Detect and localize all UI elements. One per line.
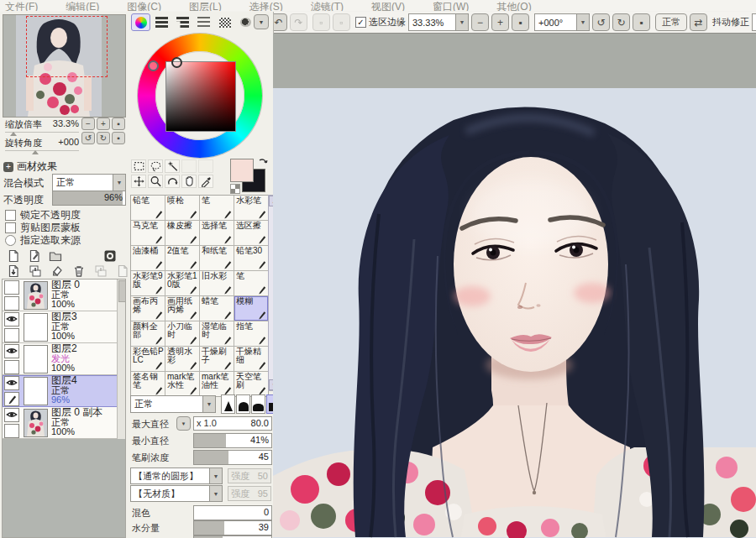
color-wheel-tab[interactable] xyxy=(131,13,150,31)
new-layer-button[interactable] xyxy=(5,248,21,263)
zoom-slider-marker[interactable] xyxy=(10,132,17,136)
min-diameter-slider[interactable]: 41% xyxy=(193,433,272,448)
brush-item[interactable]: 水彩笔9版 xyxy=(131,271,165,295)
menu-file[interactable]: 文件(F) xyxy=(5,0,38,11)
layer3-draft-toggle[interactable] xyxy=(4,328,19,342)
nav-rotate-ccw-button[interactable]: ↺ xyxy=(81,132,95,144)
empty-tool-slot[interactable] xyxy=(198,159,213,173)
nav-zoom-reset-button[interactable]: ▪ xyxy=(112,118,125,130)
angle-combo[interactable]: +000° ▼ xyxy=(534,13,590,31)
brush-item[interactable]: 笔 xyxy=(200,196,234,220)
selection-shrink-button[interactable]: ▫ xyxy=(333,13,350,31)
zoom-tool[interactable] xyxy=(148,175,163,188)
rotate-view-tool[interactable] xyxy=(165,175,180,188)
rgb-slider-tab[interactable] xyxy=(152,13,171,31)
zoom-reset-button[interactable]: ▪ xyxy=(512,13,529,31)
brush-mode-dropdown-icon[interactable]: ▼ xyxy=(202,396,215,412)
selection-edge-checkbox[interactable]: ✓ xyxy=(355,17,366,28)
brush-item[interactable]: 旧水彩 xyxy=(200,271,234,295)
merge-group-button[interactable] xyxy=(92,264,108,278)
brush-item[interactable]: 彩色铅PLC xyxy=(131,347,165,371)
layer-mask-button[interactable] xyxy=(102,248,118,263)
magic-wand-tool[interactable] xyxy=(165,159,180,173)
layer3-visibility-toggle[interactable] xyxy=(4,312,19,326)
texture-combo[interactable]: 【无材质】 ▼ xyxy=(130,485,223,502)
swatches-tab[interactable] xyxy=(215,13,234,31)
menu-layer[interactable]: 图层(L) xyxy=(189,0,222,11)
layer0-visibility-toggle[interactable] xyxy=(4,280,19,295)
merge-down-button[interactable] xyxy=(27,264,43,278)
brush-item[interactable]: 马克笔 xyxy=(131,221,165,245)
nav-rotate-reset-button[interactable]: ▪ xyxy=(112,132,125,144)
view-normal-button[interactable]: 正常 xyxy=(655,13,687,31)
rotate-cw-button[interactable]: ↻ xyxy=(612,13,630,31)
flip-view-button[interactable]: ⇄ xyxy=(690,13,707,31)
scrollbar-thumb[interactable] xyxy=(118,280,126,302)
delete-layer-button[interactable] xyxy=(71,264,87,278)
density-slider[interactable]: 45 xyxy=(193,450,272,465)
clipping-mask-checkbox[interactable] xyxy=(5,222,16,233)
transparency-checker-icon[interactable] xyxy=(230,184,240,194)
brush-item[interactable]: 画用纸丙烯 xyxy=(165,296,199,321)
hsv-slider-tab[interactable] xyxy=(173,13,192,31)
clear-layer-button[interactable] xyxy=(49,264,65,278)
navigator-selection-rect[interactable] xyxy=(26,16,108,77)
brush-mode-combo[interactable]: 正常 ▼ xyxy=(130,395,216,413)
hue-cursor[interactable] xyxy=(148,60,159,71)
menu-filter[interactable]: 滤镜(T) xyxy=(311,0,344,11)
layer4-draft-toggle[interactable] xyxy=(4,392,19,406)
selection-source-radio[interactable] xyxy=(5,235,16,246)
layer0copy-visibility-toggle[interactable] xyxy=(4,408,19,422)
material-effects-header[interactable]: + 画材效果 xyxy=(3,159,57,174)
brush-item[interactable]: 笔 xyxy=(234,271,268,295)
brush-item[interactable]: 干燥刷子 xyxy=(200,347,234,371)
menu-edit[interactable]: 编辑(E) xyxy=(66,0,99,11)
blend-mode-dropdown-icon[interactable]: ▼ xyxy=(113,175,125,191)
layer-row-0[interactable]: 图层 0 正常 100% xyxy=(3,279,125,311)
redo-button[interactable]: ↷ xyxy=(290,13,307,31)
edge-shape-combo[interactable]: 【通常的圆形】 ▼ xyxy=(130,467,223,484)
brush-item[interactable]: 小刀临时 xyxy=(165,321,199,346)
tip-shape-sharp[interactable] xyxy=(221,394,235,414)
brush-item[interactable]: mark笔水性 xyxy=(165,372,199,396)
tip-shape-flat[interactable] xyxy=(251,394,265,414)
blend-mode-combo[interactable]: 正常 ▼ xyxy=(52,174,126,191)
transfer-down-button[interactable] xyxy=(5,264,21,278)
angle-dropdown-icon[interactable]: ▼ xyxy=(576,14,589,30)
eyedropper-tool[interactable] xyxy=(198,175,213,188)
max-diameter-box[interactable]: x 1.0 80.0 xyxy=(193,416,272,431)
zoom-in-button[interactable]: + xyxy=(491,13,509,31)
selection-expand-button[interactable]: ▫ xyxy=(312,13,330,31)
zoom-out-button[interactable]: − xyxy=(471,13,489,31)
empty-tool-slot[interactable] xyxy=(181,159,197,173)
layer4-visibility-toggle[interactable] xyxy=(4,376,19,390)
brush-item[interactable]: 铅笔 xyxy=(131,196,165,220)
lock-opacity-checkbox[interactable] xyxy=(5,210,16,221)
zoom-combo[interactable]: 33.33% ▼ xyxy=(408,13,469,31)
menu-window[interactable]: 窗口(W) xyxy=(433,0,469,11)
sv-cursor[interactable] xyxy=(171,57,182,68)
opacity-slider[interactable]: 96% xyxy=(52,191,126,206)
texture-dropdown-icon[interactable]: ▼ xyxy=(209,486,222,501)
saturation-value-square[interactable] xyxy=(165,61,236,132)
brush-item[interactable]: 透明水彩 xyxy=(165,347,199,371)
blend-slider[interactable]: 0 xyxy=(193,505,272,520)
new-vector-layer-button[interactable] xyxy=(26,248,42,263)
nav-zoom-in-button[interactable]: + xyxy=(97,118,110,130)
brush-item-selected[interactable]: 模糊 xyxy=(234,296,268,321)
rotate-reset-button[interactable]: ▪ xyxy=(633,13,650,31)
brush-item[interactable]: 蜡笔 xyxy=(200,296,234,321)
layer0-draft-toggle[interactable] xyxy=(4,296,19,311)
rotate-ccw-button[interactable]: ↺ xyxy=(592,13,610,31)
lasso-tool[interactable] xyxy=(148,159,163,173)
jitter-combo[interactable]: 5 ▼ xyxy=(752,13,756,31)
layer-row-2[interactable]: 图层2 发光 100% xyxy=(3,343,125,375)
hand-tool[interactable] xyxy=(181,175,197,188)
water-slider[interactable]: 39 xyxy=(193,520,272,535)
primary-color-swatch[interactable] xyxy=(230,159,254,182)
brush-item[interactable]: 签名钢笔 xyxy=(131,372,165,396)
mixer-tab[interactable] xyxy=(194,13,213,31)
menu-select[interactable]: 选择(S) xyxy=(249,0,283,11)
marquee-tool[interactable] xyxy=(131,159,146,173)
canvas-scroll-area[interactable] xyxy=(273,34,756,538)
